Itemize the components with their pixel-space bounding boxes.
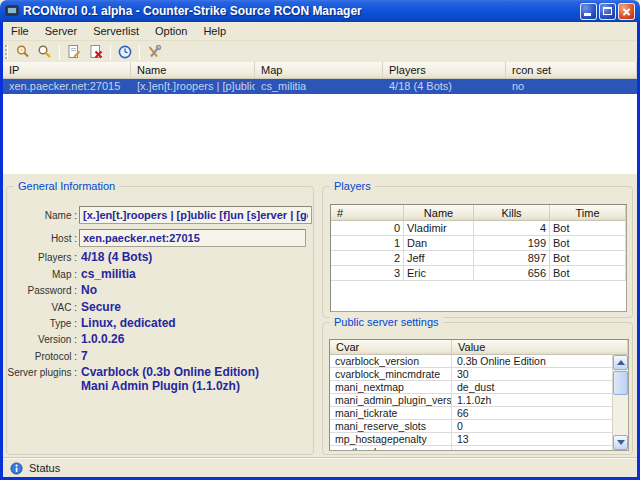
refresh-clock-icon (117, 44, 133, 60)
column-header-name[interactable]: Name (131, 62, 255, 79)
column-header-ip[interactable]: IP (3, 62, 131, 79)
vac-label: VAC : (7, 301, 77, 315)
scroll-down-icon (617, 440, 625, 445)
name-label: Name : (7, 209, 77, 223)
vac-value: Secure (81, 300, 121, 314)
status-text: Status (29, 462, 60, 474)
status-bar: Status (3, 458, 637, 477)
map-value: cs_militia (81, 267, 136, 281)
info-icon (10, 462, 23, 475)
version-value: 1.0.0.26 (81, 332, 124, 346)
window-title: RCONtrol 0.1 alpha - Counter-Strike Sour… (23, 4, 362, 18)
column-header-players[interactable]: Players (383, 62, 506, 79)
public-server-settings-panel: Public server settings Cvar Value cvarbl… (322, 322, 633, 455)
players-panel-title: Players (330, 179, 375, 193)
close-button[interactable] (618, 3, 635, 20)
type-label: Type : (7, 317, 77, 331)
cvar-row[interactable]: cvarblock_version 0.3b Online Edition (330, 355, 628, 368)
cvar-row[interactable]: nextlevel (330, 446, 628, 451)
menu-serverlist[interactable]: Serverlist (85, 23, 147, 39)
server-plugins-line1: Cvarblock (0.3b Online Edition) (81, 365, 259, 379)
server-plugins-line2: Mani Admin Plugin (1.1.0zh) (81, 379, 240, 393)
toolbar-separator (139, 45, 140, 60)
search-button[interactable] (34, 43, 56, 61)
protocol-value: 7 (81, 349, 88, 363)
scroll-down-button[interactable] (613, 435, 628, 450)
title-bar: RCONtrol 0.1 alpha - Counter-Strike Sour… (0, 0, 640, 22)
column-header-player-name[interactable]: Name (404, 205, 474, 221)
toolbar (3, 42, 637, 62)
name-field[interactable] (79, 206, 312, 224)
maximize-icon (603, 7, 612, 15)
version-label: Version : (7, 333, 77, 347)
server-list-header: IP Name Map Players rcon set (3, 62, 637, 79)
add-server-button[interactable] (63, 43, 85, 61)
cvar-table: Cvar Value cvarblock_version 0.3b Online… (329, 339, 629, 451)
window-border-left (0, 22, 3, 480)
app-icon (5, 4, 19, 18)
cvar-row[interactable]: mani_reserve_slots 0 (330, 420, 628, 433)
type-value: Linux, dedicated (81, 316, 176, 330)
protocol-label: Protocol : (7, 350, 77, 364)
scroll-up-button[interactable] (613, 355, 628, 370)
menu-file[interactable]: File (3, 23, 37, 39)
menu-help[interactable]: Help (195, 23, 234, 39)
player-row[interactable]: 1 Dan 199 Bot (331, 236, 626, 251)
cvar-row[interactable]: mani_tickrate 66 (330, 407, 628, 420)
server-map: cs_militia (255, 79, 383, 94)
column-header-cvar[interactable]: Cvar (330, 340, 452, 355)
minimize-button[interactable] (580, 3, 597, 20)
cvar-scrollbar[interactable] (612, 355, 628, 450)
toolbar-separator (59, 45, 60, 60)
settings-button[interactable] (143, 43, 165, 61)
general-information-title: General Information (14, 179, 119, 193)
player-row[interactable]: 2 Jeff 897 Bot (331, 251, 626, 266)
column-header-time[interactable]: Time (550, 205, 626, 221)
server-plugins-label: Server plugins : (7, 366, 77, 380)
server-row-selected[interactable]: xen.paecker.net:27015 [x.]en[t.]roopers … (3, 79, 637, 94)
menu-option[interactable]: Option (147, 23, 195, 39)
players-value: 4/18 (4 Bots) (81, 250, 152, 264)
host-field[interactable] (79, 229, 306, 247)
search-icon (37, 44, 53, 60)
remove-server-button[interactable] (85, 43, 107, 61)
password-value: No (81, 283, 97, 297)
cvar-table-header: Cvar Value (330, 340, 628, 355)
column-header-value[interactable]: Value (452, 340, 628, 355)
map-label: Map : (7, 268, 77, 282)
connect-icon (15, 44, 31, 60)
player-row[interactable]: 3 Eric 656 Bot (331, 266, 626, 281)
settings-tools-icon (146, 44, 162, 60)
refresh-button[interactable] (114, 43, 136, 61)
host-label: Host : (7, 232, 77, 246)
server-list: IP Name Map Players rcon set xen.paecker… (3, 62, 637, 174)
cvar-row[interactable]: cvarblock_mincmdrate 30 (330, 368, 628, 381)
scrollbar-thumb[interactable] (613, 371, 628, 395)
cvar-row[interactable]: mani_admin_plugin_version 1.1.0zh (330, 394, 628, 407)
server-rcon-set: no (506, 79, 637, 94)
scroll-up-icon (617, 360, 625, 365)
column-header-kills[interactable]: Kills (474, 205, 550, 221)
players-label: Players : (7, 251, 77, 265)
app-window: RCONtrol 0.1 alpha - Counter-Strike Sour… (0, 0, 640, 480)
player-row[interactable]: 0 Vladimir 4 Bot (331, 221, 626, 236)
toolbar-separator (110, 45, 111, 60)
players-panel: Players # Name Kills Time 0 Vladimir 4 B… (322, 186, 633, 318)
public-server-settings-title: Public server settings (330, 315, 443, 329)
column-header-number[interactable]: # (331, 205, 404, 221)
server-name: [x.]en[t.]roopers | [p]ublic [f]... (131, 79, 255, 94)
menu-bar: File Server Serverlist Option Help (3, 22, 637, 41)
column-header-map[interactable]: Map (255, 62, 383, 79)
general-information-panel: General Information Name : Host : Player… (6, 186, 314, 455)
column-header-rcon-set[interactable]: rcon set (506, 62, 637, 79)
server-ip: xen.paecker.net:27015 (3, 79, 131, 94)
cvar-row[interactable]: mani_nextmap de_dust (330, 381, 628, 394)
players-table-header: # Name Kills Time (331, 205, 626, 221)
server-players: 4/18 (4 Bots) (383, 79, 506, 94)
cvar-row[interactable]: mp_hostagepenalty 13 (330, 433, 628, 446)
remove-server-icon (88, 44, 104, 60)
toolbar-grip[interactable] (5, 45, 8, 59)
maximize-button[interactable] (599, 3, 616, 20)
connect-button[interactable] (12, 43, 34, 61)
menu-server[interactable]: Server (37, 23, 85, 39)
